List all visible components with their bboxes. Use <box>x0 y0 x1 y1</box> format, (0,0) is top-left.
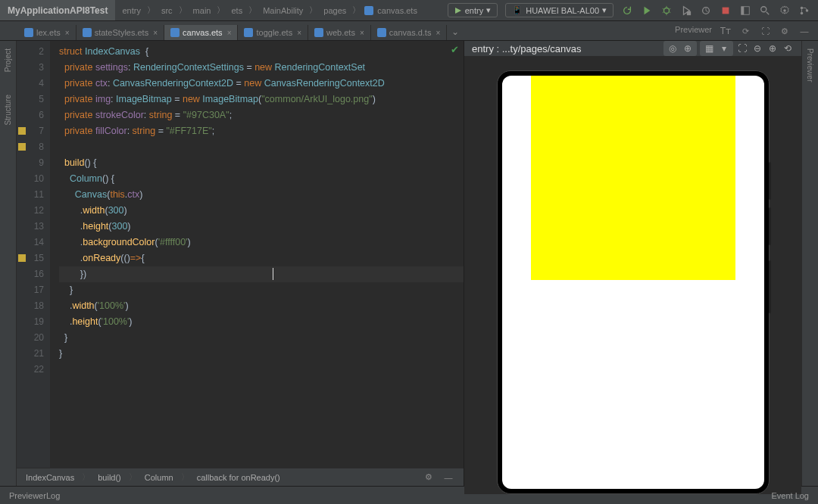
code-line[interactable]: }) <box>59 266 464 282</box>
inspect-icon[interactable]: ◎ <box>667 42 679 54</box>
status-previewer-log[interactable]: PreviewerLog <box>9 491 60 500</box>
breadcrumb-item[interactable]: entry <box>120 6 142 15</box>
code-line[interactable]: .onReady(()=>{ <box>59 250 464 266</box>
locate-icon[interactable]: ⊕ <box>682 42 694 54</box>
line-number[interactable]: 11 <box>17 187 44 203</box>
editor-breadcrumb-item[interactable]: Column <box>145 473 173 482</box>
line-number[interactable]: 4 <box>17 76 44 92</box>
device-screen[interactable] <box>502 76 764 489</box>
file-tab[interactable]: toggle.ets× <box>238 25 308 40</box>
editor-settings-icon[interactable]: ⚙ <box>423 471 435 484</box>
stop-icon[interactable] <box>720 5 732 17</box>
breadcrumb-item[interactable]: src <box>159 6 175 15</box>
file-tab[interactable]: lex.ets× <box>18 25 76 40</box>
line-number[interactable]: 6 <box>17 107 44 123</box>
line-number[interactable]: 12 <box>17 203 44 219</box>
font-size-icon[interactable]: Tᴛ <box>720 25 732 37</box>
rotate-icon[interactable]: ⟲ <box>782 42 794 54</box>
line-number[interactable]: 5 <box>17 92 44 107</box>
code-line[interactable]: struct IndexCanvas { <box>59 44 464 60</box>
line-number[interactable]: 9 <box>17 155 44 171</box>
zoom-in-icon[interactable]: ⊕ <box>766 42 779 54</box>
code-line[interactable]: } <box>59 330 464 346</box>
line-number[interactable]: 14 <box>17 235 44 250</box>
fullscreen-icon[interactable]: ⛶ <box>736 42 748 54</box>
git-icon[interactable] <box>798 5 810 17</box>
code-line[interactable]: private ctx: CanvasRenderingContext2D = … <box>59 76 464 92</box>
code-line[interactable]: Column() { <box>59 171 464 187</box>
gutter-mark-icon[interactable] <box>18 143 26 151</box>
code-line[interactable] <box>59 362 464 378</box>
editor-breadcrumb-item[interactable]: IndexCanvas <box>26 473 74 482</box>
code-line[interactable]: private strokeColor: string = "#97C30A"; <box>59 107 464 123</box>
refresh-icon[interactable] <box>621 5 633 17</box>
settings-icon[interactable] <box>779 5 791 17</box>
debug-icon[interactable] <box>660 5 673 17</box>
line-number[interactable]: 13 <box>17 219 44 235</box>
code-line[interactable]: .height(300) <box>59 219 464 235</box>
line-number[interactable]: 15 <box>17 250 44 266</box>
line-number[interactable]: 20 <box>17 330 44 346</box>
close-icon[interactable]: × <box>297 29 301 37</box>
breadcrumb-item[interactable]: canvas.ets <box>375 6 420 15</box>
code-line[interactable]: } <box>59 282 464 298</box>
close-icon[interactable]: × <box>153 29 158 37</box>
line-number[interactable]: 2 <box>17 44 44 60</box>
code-line[interactable]: .width('100%') <box>59 298 464 314</box>
breadcrumb-item[interactable]: main <box>191 6 214 15</box>
gutter-mark-icon[interactable] <box>18 127 26 135</box>
file-tab[interactable]: canvas.d.ts× <box>371 25 447 40</box>
code-line[interactable]: .height('100%') <box>59 314 464 330</box>
dropdown-icon[interactable]: ▾ <box>718 42 730 54</box>
line-number[interactable]: 18 <box>17 298 44 314</box>
toolwindow-previewer[interactable]: Previewer <box>806 48 814 82</box>
project-name[interactable]: MyApplicationAPI8Test <box>0 0 115 20</box>
code-line[interactable]: .width(300) <box>59 203 464 219</box>
line-number[interactable]: 22 <box>17 362 44 378</box>
status-event-log[interactable]: Event Log <box>771 491 809 500</box>
line-number[interactable]: 21 <box>17 346 44 362</box>
hide-preview-icon[interactable]: — <box>798 25 810 37</box>
close-icon[interactable]: × <box>227 29 232 37</box>
close-icon[interactable]: × <box>436 29 440 37</box>
device-selector[interactable]: 📱 HUAWEI BAL-AL00 ▾ <box>505 3 614 17</box>
layout-icon[interactable] <box>739 5 751 17</box>
close-icon[interactable]: × <box>360 29 364 37</box>
editor-breadcrumb-item[interactable]: callback for onReady() <box>197 473 280 482</box>
gutter-mark-icon[interactable] <box>18 254 26 262</box>
code-line[interactable]: private fillColor: string = "#FF717E"; <box>59 123 464 139</box>
editor-breadcrumb-item[interactable]: build() <box>98 473 121 482</box>
preview-settings-icon[interactable]: ⚙ <box>779 25 791 37</box>
breadcrumb-item[interactable]: pages <box>321 6 348 15</box>
line-number[interactable]: 17 <box>17 282 44 298</box>
editor-minimize-icon[interactable]: — <box>442 471 454 484</box>
profile-icon[interactable] <box>700 5 712 17</box>
code-line[interactable] <box>59 139 464 155</box>
line-number[interactable]: 19 <box>17 314 44 330</box>
line-number[interactable]: 3 <box>17 60 44 76</box>
close-icon[interactable]: × <box>65 29 70 37</box>
line-number[interactable]: 10 <box>17 171 44 187</box>
expand-icon[interactable]: ⛶ <box>759 25 771 37</box>
coverage-icon[interactable] <box>680 5 692 17</box>
search-icon[interactable] <box>759 5 771 17</box>
breadcrumb-item[interactable]: MainAbility <box>261 6 305 15</box>
run-config-selector[interactable]: entry ▾ <box>448 3 498 17</box>
previewer-tab-label[interactable]: Previewer <box>675 25 712 37</box>
grid-icon[interactable]: ▦ <box>703 42 715 54</box>
line-number[interactable]: 16 <box>17 266 44 282</box>
code-line[interactable]: private settings: RenderingContextSettin… <box>59 60 464 76</box>
line-number[interactable]: 7 <box>17 123 44 139</box>
breadcrumb-item[interactable]: ets <box>229 6 245 15</box>
code-area[interactable]: struct IndexCanvas { private settings: R… <box>50 41 464 486</box>
zoom-out-icon[interactable]: ⊖ <box>751 42 763 54</box>
code-line[interactable]: Canvas(this.ctx) <box>59 187 464 203</box>
file-tab[interactable]: web.ets× <box>308 25 371 40</box>
run-icon[interactable] <box>641 5 653 17</box>
code-line[interactable]: private img: ImageBitmap = new ImageBitm… <box>59 92 464 107</box>
toolwindow-structure[interactable]: Structure <box>4 95 12 126</box>
toolwindow-project[interactable]: Project <box>4 48 12 72</box>
line-number[interactable]: 8 <box>17 139 44 155</box>
refresh-preview-icon[interactable]: ⟳ <box>739 25 751 37</box>
file-tab[interactable]: stateStyles.ets× <box>76 25 164 40</box>
